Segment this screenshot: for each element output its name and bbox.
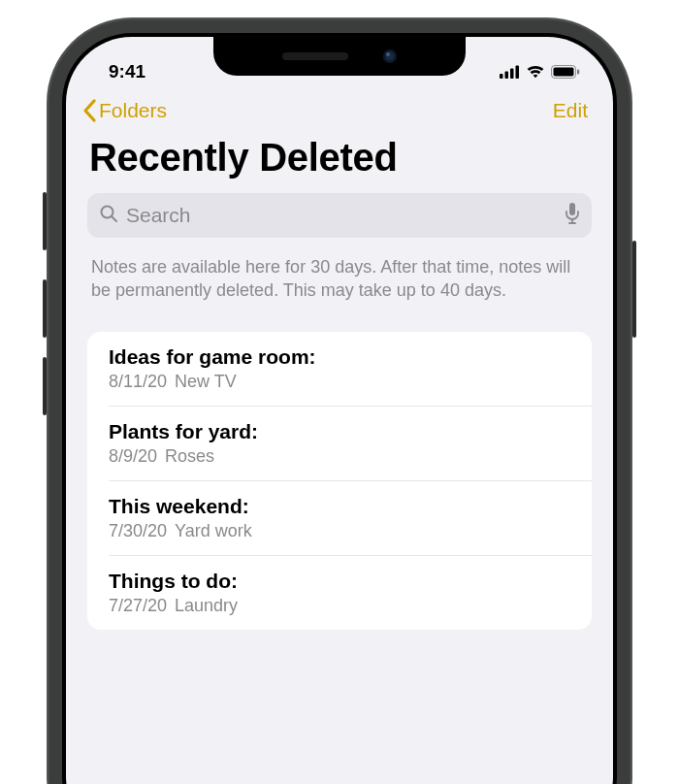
front-camera (383, 49, 397, 63)
search-icon (99, 204, 118, 228)
list-item[interactable]: Ideas for game room: 8/11/20New TV (109, 332, 592, 407)
note-title: Things to do: (109, 570, 574, 593)
page-title: Recently Deleted (66, 126, 613, 193)
svg-rect-3 (516, 66, 520, 80)
note-title: Ideas for game room: (109, 345, 574, 369)
svg-line-8 (113, 216, 117, 221)
svg-rect-0 (500, 74, 503, 79)
note-subtitle: 7/27/20Laundry (109, 596, 574, 616)
chevron-left-icon (81, 99, 97, 122)
nav-bar: Folders Edit (66, 89, 613, 126)
status-indicators (500, 65, 580, 79)
dictation-icon[interactable] (565, 203, 580, 229)
status-time: 9:41 (109, 61, 146, 82)
phone-frame: 9:41 Folders Ed (47, 17, 632, 784)
svg-rect-2 (510, 69, 514, 80)
cellular-signal-icon (500, 65, 520, 79)
note-subtitle: 7/30/20Yard work (109, 521, 574, 541)
svg-rect-9 (569, 203, 575, 215)
list-item[interactable]: Things to do: 7/27/20Laundry (109, 556, 592, 630)
wifi-icon (526, 65, 545, 79)
search-placeholder: Search (126, 204, 557, 227)
list-item[interactable]: This weekend: 7/30/20Yard work (109, 481, 592, 556)
svg-rect-6 (577, 70, 579, 75)
svg-point-7 (102, 206, 113, 217)
list-item[interactable]: Plants for yard: 8/9/20Roses (109, 407, 592, 481)
note-title: This weekend: (109, 495, 574, 518)
screen-bezel: 9:41 Folders Ed (62, 33, 617, 784)
note-title: Plants for yard: (109, 420, 574, 443)
svg-rect-1 (505, 72, 509, 80)
search-input[interactable]: Search (87, 193, 592, 238)
note-subtitle: 8/11/20New TV (109, 372, 574, 392)
back-label: Folders (99, 99, 167, 122)
screen: 9:41 Folders Ed (66, 37, 613, 784)
battery-icon (551, 65, 580, 79)
note-subtitle: 8/9/20Roses (109, 446, 574, 467)
speaker-grille (282, 52, 348, 60)
edit-button[interactable]: Edit (553, 99, 588, 122)
svg-rect-5 (554, 68, 574, 77)
info-text: Notes are available here for 30 days. Af… (66, 238, 613, 324)
notch (213, 37, 466, 76)
notes-list: Ideas for game room: 8/11/20New TV Plant… (87, 332, 592, 630)
back-button[interactable]: Folders (81, 99, 167, 122)
